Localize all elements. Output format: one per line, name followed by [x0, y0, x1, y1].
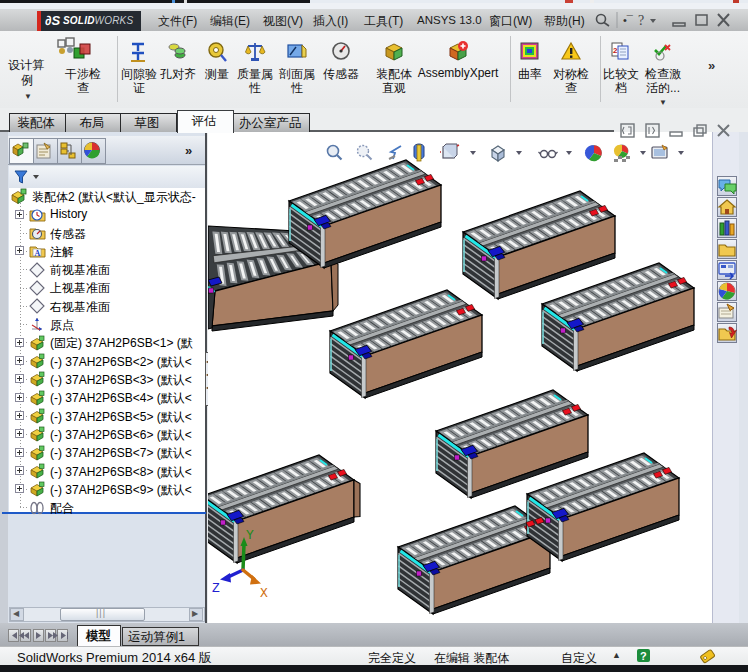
- svg-text:Y: Y: [246, 528, 254, 543]
- svg-text:A: A: [35, 249, 41, 258]
- svg-text:2: 2: [613, 46, 618, 55]
- svg-text:?: ?: [638, 13, 644, 28]
- svg-text:X: X: [260, 586, 268, 601]
- svg-text:•¯: •¯: [623, 14, 634, 26]
- svg-text:Z: Z: [212, 581, 220, 596]
